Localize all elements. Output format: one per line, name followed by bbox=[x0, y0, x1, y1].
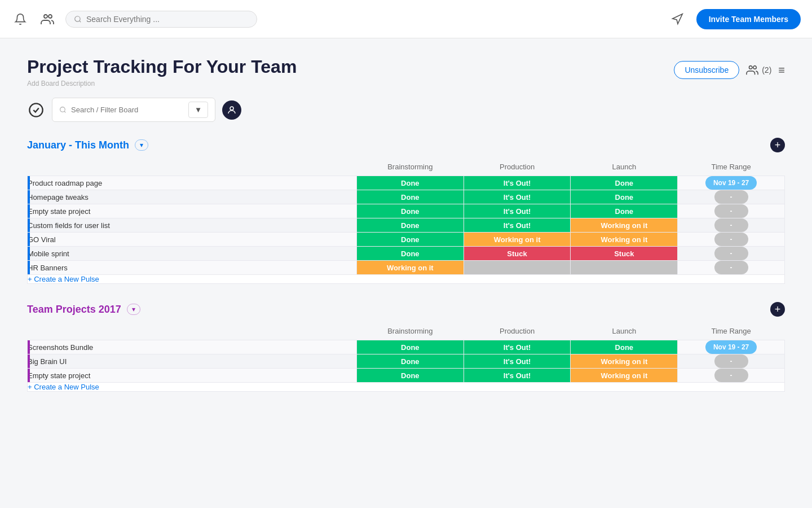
status-cell-production[interactable]: Stuck bbox=[464, 247, 571, 261]
group-dropdown-team2017[interactable]: ▾ bbox=[127, 304, 140, 315]
status-cell-launch[interactable]: Working on it bbox=[571, 233, 678, 247]
time-range-cell[interactable]: - bbox=[678, 218, 785, 233]
time-range-cell[interactable]: - bbox=[678, 190, 785, 204]
time-range-cell[interactable]: - bbox=[678, 247, 785, 261]
row-name-cell[interactable]: Custom fields for user list bbox=[28, 218, 357, 233]
time-range-cell[interactable]: - bbox=[678, 261, 785, 275]
row-left-border bbox=[28, 369, 30, 382]
status-cell-production[interactable]: It's Out! bbox=[464, 204, 571, 218]
time-range-cell[interactable]: - bbox=[678, 233, 785, 247]
status-cell-brainstorming[interactable]: Done bbox=[356, 176, 464, 190]
board-search-input[interactable] bbox=[71, 106, 184, 114]
add-group-button-team2017[interactable]: + bbox=[770, 302, 785, 317]
table-row: Screenshots BundleDoneIt's Out!DoneNov 1… bbox=[28, 340, 785, 354]
unsubscribe-button[interactable]: Unsubscribe bbox=[674, 61, 739, 79]
status-cell-launch[interactable]: Done bbox=[571, 176, 678, 190]
status-cell-production[interactable]: It's Out! bbox=[464, 369, 571, 383]
col-header-name bbox=[28, 322, 357, 340]
col-header-production: Production bbox=[464, 322, 571, 340]
status-cell-launch[interactable]: Stuck bbox=[571, 247, 678, 261]
user-avatar-button[interactable] bbox=[222, 100, 241, 120]
time-range-cell[interactable]: - bbox=[678, 354, 785, 369]
row-left-border bbox=[28, 340, 30, 354]
filter-dropdown-button[interactable]: ▼ bbox=[188, 102, 208, 118]
more-menu-icon[interactable]: ≡ bbox=[778, 64, 785, 77]
status-cell-brainstorming[interactable]: Done bbox=[356, 247, 464, 261]
row-left-border bbox=[28, 261, 30, 274]
status-cell-production[interactable]: It's Out! bbox=[464, 354, 571, 369]
time-range-dash: - bbox=[714, 354, 748, 368]
board-table-team2017: BrainstormingProductionLaunchTime RangeS… bbox=[27, 322, 785, 392]
group-title-january: January - This Month bbox=[27, 139, 129, 151]
row-name-cell[interactable]: Product roadmap page bbox=[28, 176, 357, 190]
status-cell-brainstorming[interactable]: Done bbox=[356, 354, 464, 369]
bell-icon[interactable] bbox=[11, 10, 29, 28]
create-pulse-row[interactable]: + Create a New Pulse bbox=[28, 383, 785, 392]
row-name-cell[interactable]: GO Viral bbox=[28, 233, 357, 247]
team-members-count: (2) bbox=[762, 65, 771, 75]
status-cell-brainstorming[interactable]: Done bbox=[356, 233, 464, 247]
create-pulse-label[interactable]: + Create a New Pulse bbox=[28, 275, 785, 284]
table-row: Big Brain UIDoneIt's Out!Working on it- bbox=[28, 354, 785, 369]
status-cell-production[interactable]: Working on it bbox=[464, 233, 571, 247]
time-range-dash: - bbox=[714, 369, 748, 382]
row-name-cell[interactable]: Mobile sprint bbox=[28, 247, 357, 261]
team-icon[interactable] bbox=[38, 10, 56, 28]
board-table-january: BrainstormingProductionLaunchTime RangeP… bbox=[27, 158, 785, 284]
status-cell-production[interactable]: It's Out! bbox=[464, 340, 571, 354]
time-range-badge: Nov 19 - 27 bbox=[705, 176, 757, 190]
row-left-border bbox=[28, 190, 30, 204]
status-cell-launch[interactable]: Done bbox=[571, 204, 678, 218]
status-cell-brainstorming[interactable]: Working on it bbox=[356, 261, 464, 275]
status-cell-launch[interactable]: Working on it bbox=[571, 369, 678, 383]
group-team2017: Team Projects 2017▾+BrainstormingProduct… bbox=[27, 302, 785, 392]
create-pulse-row[interactable]: + Create a New Pulse bbox=[28, 275, 785, 284]
time-range-cell[interactable]: Nov 19 - 27 bbox=[678, 176, 785, 190]
row-name-cell[interactable]: Screenshots Bundle bbox=[28, 340, 357, 354]
status-cell-launch[interactable]: Working on it bbox=[571, 218, 678, 233]
status-cell-production[interactable]: It's Out! bbox=[464, 190, 571, 204]
row-name-cell[interactable]: Empty state project bbox=[28, 204, 357, 218]
col-header-brainstorming: Brainstorming bbox=[356, 158, 464, 176]
time-range-cell[interactable]: Nov 19 - 27 bbox=[678, 340, 785, 354]
col-header-name bbox=[28, 158, 357, 176]
invite-button[interactable]: Invite Team Members bbox=[696, 9, 801, 29]
team-members-icon bbox=[746, 64, 758, 76]
status-cell-launch[interactable]: Done bbox=[571, 190, 678, 204]
add-group-button-january[interactable]: + bbox=[770, 138, 785, 152]
time-range-dash: - bbox=[714, 261, 748, 274]
status-cell-launch[interactable]: Working on it bbox=[571, 354, 678, 369]
row-name-cell[interactable]: Homepage tweaks bbox=[28, 190, 357, 204]
board-description[interactable]: Add Board Description bbox=[27, 80, 297, 87]
global-search-input[interactable] bbox=[86, 15, 233, 24]
row-left-border bbox=[28, 218, 30, 232]
board-search-bar[interactable]: ▼ bbox=[52, 98, 215, 122]
team-members-button[interactable]: (2) bbox=[746, 64, 771, 76]
pulse-icon[interactable] bbox=[27, 101, 45, 119]
time-range-cell[interactable]: - bbox=[678, 204, 785, 218]
status-cell-production[interactable]: It's Out! bbox=[464, 218, 571, 233]
top-nav: Invite Team Members bbox=[0, 0, 812, 38]
status-cell-brainstorming[interactable]: Done bbox=[356, 218, 464, 233]
row-name-cell[interactable]: Big Brain UI bbox=[28, 354, 357, 369]
status-cell-brainstorming[interactable]: Done bbox=[356, 190, 464, 204]
status-cell-brainstorming[interactable]: Done bbox=[356, 369, 464, 383]
status-cell-brainstorming[interactable]: Done bbox=[356, 340, 464, 354]
status-cell-brainstorming[interactable]: Done bbox=[356, 204, 464, 218]
status-cell-launch[interactable] bbox=[571, 261, 678, 275]
global-search-bar[interactable] bbox=[65, 11, 257, 28]
group-dropdown-january[interactable]: ▾ bbox=[135, 139, 148, 151]
status-cell-launch[interactable]: Done bbox=[571, 340, 678, 354]
svg-point-9 bbox=[230, 107, 233, 110]
time-range-cell[interactable]: - bbox=[678, 369, 785, 383]
row-name-cell[interactable]: HR Banners bbox=[28, 261, 357, 275]
status-cell-production[interactable]: It's Out! bbox=[464, 176, 571, 190]
col-header-production: Production bbox=[464, 158, 571, 176]
row-name-cell[interactable]: Empty state project bbox=[28, 369, 357, 383]
table-row: Empty state projectDoneIt's Out!Working … bbox=[28, 369, 785, 383]
announce-icon[interactable] bbox=[667, 9, 687, 29]
board-toolbar: ▼ bbox=[27, 98, 785, 122]
status-cell-production[interactable] bbox=[464, 261, 571, 275]
create-pulse-label[interactable]: + Create a New Pulse bbox=[28, 383, 785, 392]
table-row: Homepage tweaksDoneIt's Out!Done- bbox=[28, 190, 785, 204]
